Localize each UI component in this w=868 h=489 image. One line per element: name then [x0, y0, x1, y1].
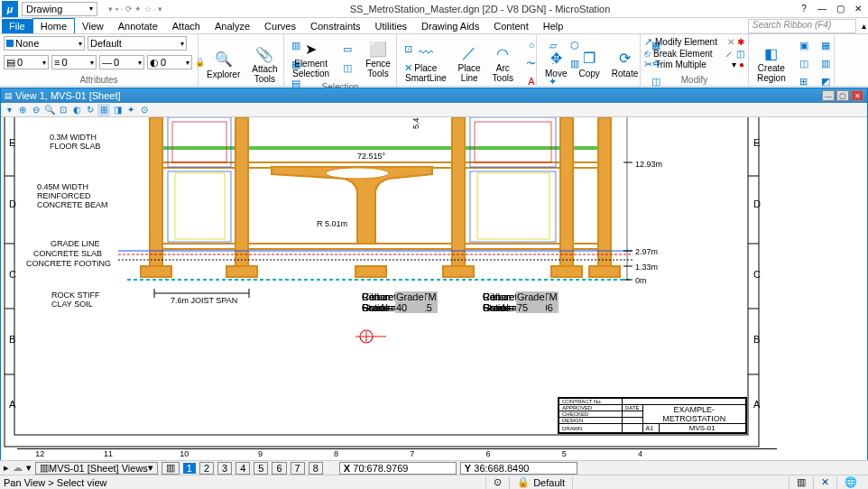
tab-utilities[interactable]: Utilities	[368, 19, 414, 33]
view-num-1[interactable]: 1	[183, 463, 196, 474]
view-title: View 1, MVS-01 [Sheet]	[15, 90, 121, 101]
view-name-combo[interactable]: ▥ MVS-01 [Sheet] Views ▾	[35, 462, 158, 475]
tab-curves[interactable]: Curves	[257, 19, 303, 33]
g4[interactable]: ▥	[815, 54, 836, 72]
vt-4[interactable]: 🔍	[43, 104, 56, 116]
svg-text:A: A	[753, 399, 761, 410]
vt-1[interactable]: ▾	[3, 104, 15, 116]
view-num-4[interactable]: 4	[235, 462, 250, 475]
view-max-button[interactable]: ▢	[836, 90, 849, 101]
copy-button[interactable]: ❐Copy	[574, 46, 604, 81]
g3[interactable]: ◫	[793, 54, 815, 72]
svg-rect-32	[470, 171, 556, 242]
view-num-8[interactable]: 8	[309, 462, 323, 475]
tab-help[interactable]: Help	[536, 19, 571, 33]
svg-rect-45	[551, 266, 582, 277]
drawing-canvas[interactable]: EE DD CC BB AA	[1, 117, 867, 461]
svg-rect-41	[141, 266, 171, 277]
tab-annotate[interactable]: Annotate	[111, 19, 165, 33]
active-level: Default	[533, 477, 565, 488]
help-icon[interactable]: ?	[798, 3, 810, 15]
view-num-6[interactable]: 6	[272, 462, 286, 475]
svg-rect-26	[452, 117, 465, 275]
sb-c-icon[interactable]: 🌐	[845, 476, 857, 488]
view-num-5[interactable]: 5	[254, 462, 268, 475]
view-num-3[interactable]: 3	[217, 462, 232, 475]
svg-text:E: E	[9, 137, 15, 148]
vt-7[interactable]: ↻	[84, 104, 97, 116]
fence-tools-button[interactable]: ⬜Fence Tools	[361, 36, 395, 81]
vt-8[interactable]: ⊞	[97, 104, 110, 116]
vt-2[interactable]: ⊕	[16, 104, 29, 116]
element-selection-button[interactable]: ➤Element Selection	[288, 36, 334, 81]
svg-rect-29	[168, 117, 231, 167]
vt-6[interactable]: ◐	[70, 104, 83, 116]
view-min-button[interactable]: —	[822, 90, 835, 101]
ribbon-search[interactable]: Search Ribbon (F4)	[748, 19, 856, 33]
smartline-button[interactable]: 〰Place SmartLine	[401, 41, 451, 86]
svg-text:C: C	[9, 269, 16, 280]
vt-9[interactable]: ◨	[111, 104, 124, 116]
tab-drawing-aids[interactable]: Drawing Aids	[414, 19, 486, 33]
weight-combo[interactable]: ≡0▾	[51, 55, 97, 69]
svg-rect-36	[477, 173, 549, 239]
tab-content[interactable]: Content	[486, 19, 536, 33]
g2[interactable]: ▦	[815, 36, 836, 54]
view-group-icon[interactable]: ▥	[162, 462, 180, 475]
workflow-dropdown[interactable]: Drawing▾	[22, 2, 97, 16]
lock-icon[interactable]: 🔒	[517, 476, 530, 488]
explorer-button[interactable]: 🔍Explorer	[202, 47, 245, 82]
close-icon[interactable]: ✕	[852, 3, 864, 15]
transparency-combo[interactable]: ◐0▾	[147, 55, 192, 69]
arc-tools-button[interactable]: ◠Arc Tools	[488, 41, 518, 86]
vt-10[interactable]: ✦	[125, 104, 137, 116]
snap-icon[interactable]: ⊙	[494, 476, 502, 488]
ann-h3: 2.97m	[635, 247, 658, 256]
cloud-icon[interactable]: ☁	[13, 462, 23, 474]
coord-y: 36:668.8490	[474, 463, 529, 474]
minimize-icon[interactable]: —	[816, 3, 828, 15]
tab-constraints[interactable]: Constraints	[303, 19, 368, 33]
rotate-button[interactable]: ⟳Rotate	[607, 46, 642, 81]
view-num-2[interactable]: 2	[199, 462, 214, 475]
sb-b-icon[interactable]: ✕	[821, 476, 829, 488]
level-combo[interactable]: None▾	[4, 36, 85, 51]
svg-rect-46	[589, 266, 620, 277]
task-nav-icon[interactable]: ▸	[4, 462, 9, 474]
sb-a-icon[interactable]: ▥	[797, 476, 806, 488]
svg-text:A: A	[9, 399, 16, 410]
line-combo[interactable]: —0▾	[99, 55, 144, 69]
create-region-button[interactable]: ◧Create Region	[753, 41, 790, 86]
prompt-text: Pan View > Select view	[4, 477, 106, 488]
svg-text:E: E	[753, 137, 760, 148]
vt-11[interactable]: ⊙	[138, 104, 151, 116]
move-button[interactable]: ✥Move	[540, 46, 571, 81]
ann-h1: 5.47m	[411, 117, 420, 129]
svg-text:D: D	[9, 198, 16, 209]
sel-b-button[interactable]: ◫	[337, 60, 358, 78]
linestyle-combo[interactable]: ▤0▾	[4, 55, 49, 69]
svg-point-37	[326, 168, 389, 179]
tab-attach[interactable]: Attach	[165, 19, 208, 33]
svg-rect-24	[150, 117, 162, 275]
view-close-button[interactable]: ✕	[851, 90, 863, 101]
sel-a-button[interactable]: ▭	[337, 41, 358, 59]
template-combo[interactable]: Default▾	[88, 36, 187, 51]
tab-home[interactable]: Home	[32, 18, 75, 33]
maximize-icon[interactable]: ▢	[834, 3, 846, 15]
svg-rect-44	[443, 266, 474, 277]
vt-3[interactable]: ⊖	[30, 104, 42, 116]
tab-analyze[interactable]: Analyze	[208, 19, 257, 33]
ann-floor-slab: 0.3M WIDTH FLOOR SLAB	[50, 133, 101, 151]
place-line-button[interactable]: ／Place Line	[454, 41, 485, 86]
tab-file[interactable]: File	[2, 19, 32, 33]
vt-5[interactable]: ⊡	[57, 104, 69, 116]
attach-tools-button[interactable]: 📎Attach Tools	[247, 42, 282, 87]
ann-h2: 12.93m	[635, 160, 662, 169]
ann-beam: 0.45M WIDTH REINFORCED CONCRETE BEAM	[37, 182, 108, 209]
ann-w1: 72.515°	[357, 152, 385, 161]
g1[interactable]: ▣	[793, 36, 815, 54]
title-block: CONTRACT No. APPROVEDDATEEXAMPLE-METROST…	[558, 397, 747, 434]
tab-view[interactable]: View	[75, 19, 111, 33]
view-num-7[interactable]: 7	[291, 462, 305, 475]
